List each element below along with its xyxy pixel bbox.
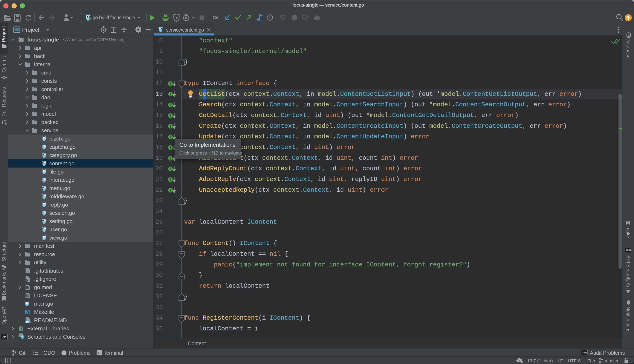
- svg-text:?: ?: [518, 359, 520, 362]
- svg-text:MD: MD: [26, 321, 30, 323]
